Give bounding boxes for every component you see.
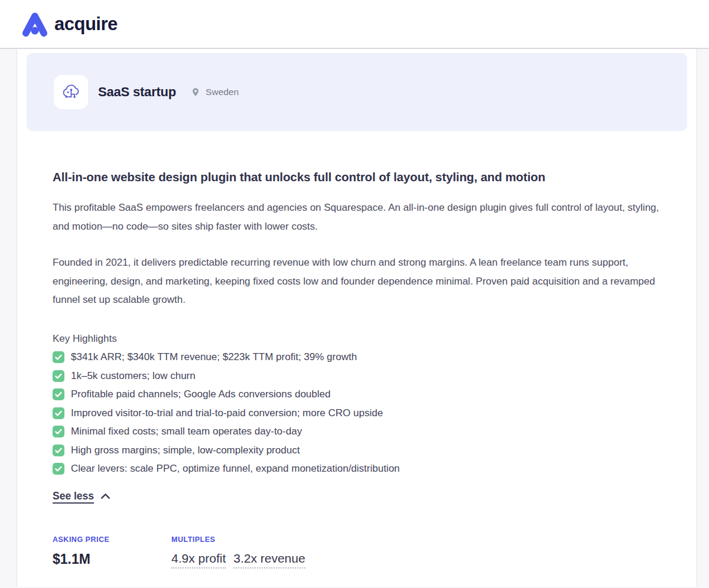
highlight-text: Clear levers: scale PPC, optimize funnel… xyxy=(71,459,400,478)
asking-price-block: ASKING PRICE $1.1M xyxy=(53,535,171,569)
asking-price-label: ASKING PRICE xyxy=(53,535,171,544)
deal-terms-row: ASKING PRICE $1.1M MULTIPLES 4.9x profit… xyxy=(53,535,661,569)
listing-title: SaaS startup xyxy=(98,84,176,100)
multiples-block: MULTIPLES 4.9x profit 3.2x revenue xyxy=(171,535,305,569)
cloud-circuit-icon xyxy=(60,81,82,103)
multiples-label: MULTIPLES xyxy=(171,535,305,544)
listing-description: All-in-one website design plugin that un… xyxy=(17,169,697,569)
key-highlights-section: Key Highlights $341k ARR; $340k TTM reve… xyxy=(53,329,661,478)
green-check-icon xyxy=(53,463,64,475)
highlight-text: Profitable paid channels; Google Ads con… xyxy=(71,385,330,404)
chevron-up-icon xyxy=(100,493,110,499)
revenue-multiple-value[interactable]: 3.2x revenue xyxy=(233,551,305,569)
asking-price-value: $1.1M xyxy=(53,551,171,567)
acquire-logo-wordmark: acquire xyxy=(54,14,118,35)
acquire-logo[interactable]: acquire xyxy=(21,12,118,37)
listing-headline: All-in-one website design plugin that un… xyxy=(53,169,661,185)
key-highlights-list: $341k ARR; $340k TTM revenue; $223k TTM … xyxy=(53,348,661,478)
green-check-icon xyxy=(53,351,64,363)
listing-header-card: SaaS startup Sweden xyxy=(27,53,687,131)
highlight-text: Minimal fixed costs; small team operates… xyxy=(71,422,302,441)
see-less-toggle[interactable]: See less xyxy=(53,490,110,502)
highlight-item: $341k ARR; $340k TTM revenue; $223k TTM … xyxy=(53,348,661,367)
see-less-label: See less xyxy=(53,490,94,502)
acquire-logo-mark-icon xyxy=(21,12,48,37)
green-check-icon xyxy=(53,426,64,437)
highlight-text: Improved visitor-to-trial and trial-to-p… xyxy=(71,404,383,423)
highlight-item: Profitable paid channels; Google Ads con… xyxy=(53,385,661,404)
listing-location: Sweden xyxy=(191,86,239,98)
green-check-icon xyxy=(53,445,64,456)
highlight-text: $341k ARR; $340k TTM revenue; $223k TTM … xyxy=(71,348,357,367)
map-pin-icon xyxy=(191,86,200,98)
highlight-text: High gross margins; simple, low-complexi… xyxy=(71,441,300,460)
multiples-values: 4.9x profit 3.2x revenue xyxy=(171,551,305,569)
listing-location-label: Sweden xyxy=(206,87,239,97)
highlight-item: Minimal fixed costs; small team operates… xyxy=(53,422,661,441)
highlight-item: High gross margins; simple, low-complexi… xyxy=(53,441,661,460)
highlight-text: 1k–5k customers; low churn xyxy=(71,367,196,386)
listing-detail-panel: SaaS startup Sweden All-in-one website d… xyxy=(17,49,697,587)
key-highlights-title: Key Highlights xyxy=(53,329,661,348)
listing-avatar xyxy=(54,75,88,109)
highlight-item: Improved visitor-to-trial and trial-to-p… xyxy=(53,404,661,423)
highlight-item: Clear levers: scale PPC, optimize funnel… xyxy=(53,459,661,478)
description-paragraph: This profitable SaaS empowers freelancer… xyxy=(53,198,661,236)
top-navbar: acquire xyxy=(0,0,709,49)
green-check-icon xyxy=(53,370,64,382)
green-check-icon xyxy=(53,407,64,419)
profit-multiple-value[interactable]: 4.9x profit xyxy=(171,551,226,569)
description-paragraph: Founded in 2021, it delivers predictable… xyxy=(53,253,661,309)
green-check-icon xyxy=(53,388,64,400)
highlight-item: 1k–5k customers; low churn xyxy=(53,367,661,386)
